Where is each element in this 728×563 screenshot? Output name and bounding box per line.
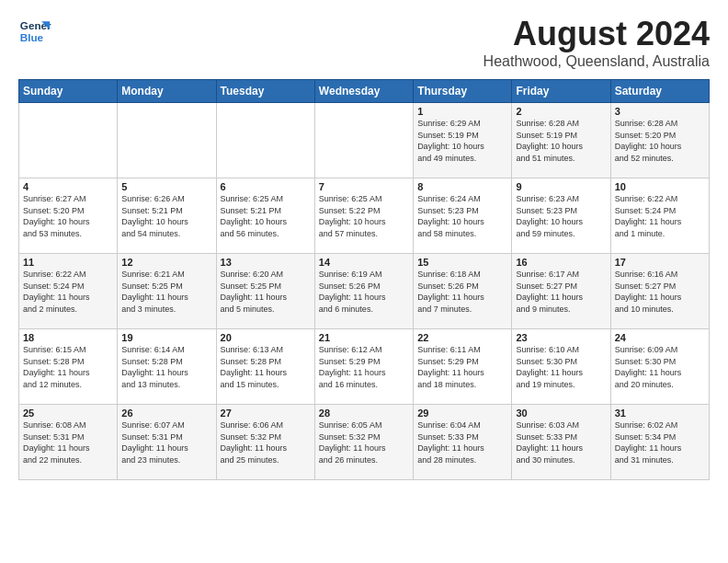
day-number: 6 bbox=[221, 181, 311, 192]
day-number: 25 bbox=[23, 408, 113, 419]
day-cell: 12Sunrise: 6:21 AM Sunset: 5:25 PM Dayli… bbox=[118, 254, 216, 329]
location: Heathwood, Queensland, Australia bbox=[483, 53, 710, 70]
day-info: Sunrise: 6:25 AM Sunset: 5:22 PM Dayligh… bbox=[319, 193, 409, 239]
day-number: 24 bbox=[615, 332, 705, 343]
day-info: Sunrise: 6:06 AM Sunset: 5:32 PM Dayligh… bbox=[221, 419, 311, 465]
day-number: 4 bbox=[23, 181, 113, 192]
day-cell: 1Sunrise: 6:29 AM Sunset: 5:19 PM Daylig… bbox=[414, 103, 512, 178]
day-cell: 14Sunrise: 6:19 AM Sunset: 5:26 PM Dayli… bbox=[314, 254, 413, 329]
day-number: 30 bbox=[516, 408, 606, 419]
day-cell: 3Sunrise: 6:28 AM Sunset: 5:20 PM Daylig… bbox=[610, 103, 709, 178]
day-number: 22 bbox=[417, 332, 507, 343]
day-number: 20 bbox=[221, 332, 311, 343]
day-number: 28 bbox=[319, 408, 409, 419]
day-cell: 25Sunrise: 6:08 AM Sunset: 5:31 PM Dayli… bbox=[19, 405, 118, 480]
day-number: 18 bbox=[23, 332, 113, 343]
day-info: Sunrise: 6:15 AM Sunset: 5:28 PM Dayligh… bbox=[23, 344, 113, 390]
day-info: Sunrise: 6:19 AM Sunset: 5:26 PM Dayligh… bbox=[319, 269, 409, 315]
day-info: Sunrise: 6:20 AM Sunset: 5:25 PM Dayligh… bbox=[221, 269, 311, 315]
day-info: Sunrise: 6:08 AM Sunset: 5:31 PM Dayligh… bbox=[23, 419, 113, 465]
day-cell: 29Sunrise: 6:04 AM Sunset: 5:33 PM Dayli… bbox=[414, 405, 512, 480]
day-cell: 28Sunrise: 6:05 AM Sunset: 5:32 PM Dayli… bbox=[314, 405, 413, 480]
day-number: 7 bbox=[319, 181, 409, 192]
day-info: Sunrise: 6:18 AM Sunset: 5:26 PM Dayligh… bbox=[417, 269, 507, 315]
day-number: 26 bbox=[121, 408, 211, 419]
day-cell: 20Sunrise: 6:13 AM Sunset: 5:28 PM Dayli… bbox=[216, 329, 314, 405]
day-cell: 7Sunrise: 6:25 AM Sunset: 5:22 PM Daylig… bbox=[314, 178, 413, 254]
day-info: Sunrise: 6:10 AM Sunset: 5:30 PM Dayligh… bbox=[516, 344, 606, 390]
day-info: Sunrise: 6:16 AM Sunset: 5:27 PM Dayligh… bbox=[615, 269, 705, 315]
logo-icon: General Blue bbox=[18, 15, 51, 48]
week-row-3: 11Sunrise: 6:22 AM Sunset: 5:24 PM Dayli… bbox=[19, 254, 710, 329]
day-number: 8 bbox=[417, 181, 507, 192]
day-cell: 5Sunrise: 6:26 AM Sunset: 5:21 PM Daylig… bbox=[118, 178, 216, 254]
day-number: 16 bbox=[516, 257, 606, 268]
header-row: Sunday Monday Tuesday Wednesday Thursday… bbox=[19, 80, 710, 103]
day-info: Sunrise: 6:04 AM Sunset: 5:33 PM Dayligh… bbox=[417, 419, 507, 465]
day-number: 2 bbox=[516, 106, 606, 117]
day-cell: 4Sunrise: 6:27 AM Sunset: 5:20 PM Daylig… bbox=[19, 178, 118, 254]
day-cell: 8Sunrise: 6:24 AM Sunset: 5:23 PM Daylig… bbox=[414, 178, 512, 254]
title-block: August 2024 Heathwood, Queensland, Austr… bbox=[483, 15, 710, 70]
day-number: 29 bbox=[417, 408, 507, 419]
day-info: Sunrise: 6:21 AM Sunset: 5:25 PM Dayligh… bbox=[121, 269, 211, 315]
day-info: Sunrise: 6:14 AM Sunset: 5:28 PM Dayligh… bbox=[121, 344, 211, 390]
day-number: 15 bbox=[417, 257, 507, 268]
day-number: 12 bbox=[121, 257, 211, 268]
day-number: 19 bbox=[121, 332, 211, 343]
day-number: 21 bbox=[319, 332, 409, 343]
day-number: 13 bbox=[221, 257, 311, 268]
day-number: 3 bbox=[615, 106, 705, 117]
day-info: Sunrise: 6:05 AM Sunset: 5:32 PM Dayligh… bbox=[319, 419, 409, 465]
day-info: Sunrise: 6:09 AM Sunset: 5:30 PM Dayligh… bbox=[615, 344, 705, 390]
day-info: Sunrise: 6:12 AM Sunset: 5:29 PM Dayligh… bbox=[319, 344, 409, 390]
day-info: Sunrise: 6:29 AM Sunset: 5:19 PM Dayligh… bbox=[417, 118, 507, 164]
day-cell bbox=[118, 103, 216, 178]
day-cell: 11Sunrise: 6:22 AM Sunset: 5:24 PM Dayli… bbox=[19, 254, 118, 329]
day-cell: 24Sunrise: 6:09 AM Sunset: 5:30 PM Dayli… bbox=[610, 329, 709, 405]
day-cell: 19Sunrise: 6:14 AM Sunset: 5:28 PM Dayli… bbox=[118, 329, 216, 405]
day-info: Sunrise: 6:07 AM Sunset: 5:31 PM Dayligh… bbox=[121, 419, 211, 465]
day-info: Sunrise: 6:28 AM Sunset: 5:19 PM Dayligh… bbox=[516, 118, 606, 164]
day-cell: 2Sunrise: 6:28 AM Sunset: 5:19 PM Daylig… bbox=[512, 103, 610, 178]
day-cell: 30Sunrise: 6:03 AM Sunset: 5:33 PM Dayli… bbox=[512, 405, 610, 480]
day-info: Sunrise: 6:02 AM Sunset: 5:34 PM Dayligh… bbox=[615, 419, 705, 465]
day-info: Sunrise: 6:27 AM Sunset: 5:20 PM Dayligh… bbox=[23, 193, 113, 239]
day-cell: 6Sunrise: 6:25 AM Sunset: 5:21 PM Daylig… bbox=[216, 178, 314, 254]
day-cell bbox=[216, 103, 314, 178]
day-number: 14 bbox=[319, 257, 409, 268]
day-number: 31 bbox=[615, 408, 705, 419]
day-cell: 27Sunrise: 6:06 AM Sunset: 5:32 PM Dayli… bbox=[216, 405, 314, 480]
day-cell bbox=[314, 103, 413, 178]
day-info: Sunrise: 6:11 AM Sunset: 5:29 PM Dayligh… bbox=[417, 344, 507, 390]
day-number: 5 bbox=[121, 181, 211, 192]
header-friday: Friday bbox=[512, 80, 610, 103]
day-cell: 22Sunrise: 6:11 AM Sunset: 5:29 PM Dayli… bbox=[414, 329, 512, 405]
day-number: 27 bbox=[221, 408, 311, 419]
week-row-1: 1Sunrise: 6:29 AM Sunset: 5:19 PM Daylig… bbox=[19, 103, 710, 178]
day-cell: 31Sunrise: 6:02 AM Sunset: 5:34 PM Dayli… bbox=[610, 405, 709, 480]
day-info: Sunrise: 6:24 AM Sunset: 5:23 PM Dayligh… bbox=[417, 193, 507, 239]
day-info: Sunrise: 6:17 AM Sunset: 5:27 PM Dayligh… bbox=[516, 269, 606, 315]
day-cell: 16Sunrise: 6:17 AM Sunset: 5:27 PM Dayli… bbox=[512, 254, 610, 329]
day-info: Sunrise: 6:23 AM Sunset: 5:23 PM Dayligh… bbox=[516, 193, 606, 239]
header-saturday: Saturday bbox=[610, 80, 709, 103]
day-number: 23 bbox=[516, 332, 606, 343]
page-container: General Blue August 2024 Heathwood, Quee… bbox=[0, 0, 728, 489]
day-cell bbox=[19, 103, 118, 178]
header-thursday: Thursday bbox=[414, 80, 512, 103]
svg-text:Blue: Blue bbox=[20, 31, 44, 43]
logo[interactable]: General Blue bbox=[18, 15, 51, 48]
header-monday: Monday bbox=[118, 80, 216, 103]
day-info: Sunrise: 6:22 AM Sunset: 5:24 PM Dayligh… bbox=[23, 269, 113, 315]
day-cell: 18Sunrise: 6:15 AM Sunset: 5:28 PM Dayli… bbox=[19, 329, 118, 405]
calendar-table: Sunday Monday Tuesday Wednesday Thursday… bbox=[18, 79, 710, 480]
week-row-2: 4Sunrise: 6:27 AM Sunset: 5:20 PM Daylig… bbox=[19, 178, 710, 254]
day-number: 10 bbox=[615, 181, 705, 192]
day-cell: 23Sunrise: 6:10 AM Sunset: 5:30 PM Dayli… bbox=[512, 329, 610, 405]
day-number: 11 bbox=[23, 257, 113, 268]
day-cell: 21Sunrise: 6:12 AM Sunset: 5:29 PM Dayli… bbox=[314, 329, 413, 405]
day-cell: 15Sunrise: 6:18 AM Sunset: 5:26 PM Dayli… bbox=[414, 254, 512, 329]
week-row-4: 18Sunrise: 6:15 AM Sunset: 5:28 PM Dayli… bbox=[19, 329, 710, 405]
day-cell: 9Sunrise: 6:23 AM Sunset: 5:23 PM Daylig… bbox=[512, 178, 610, 254]
